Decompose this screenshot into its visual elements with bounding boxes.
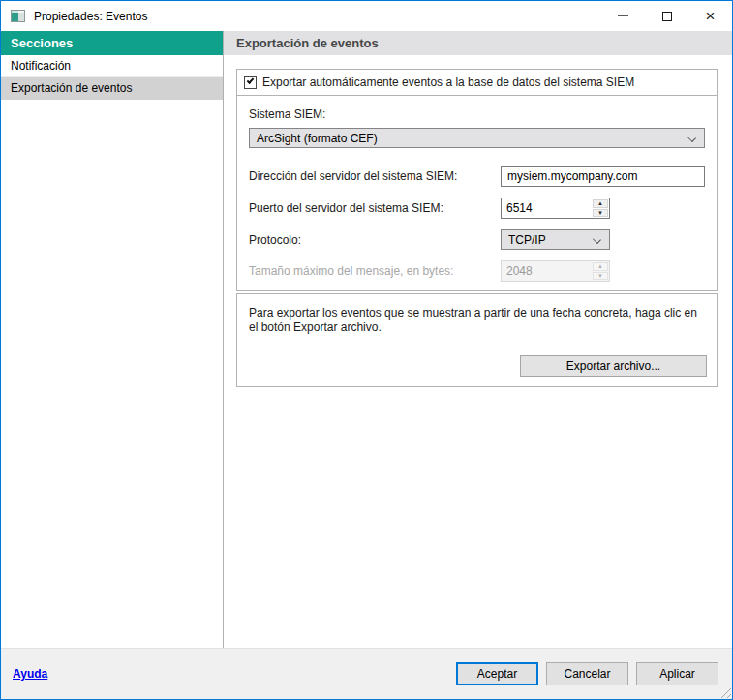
export-note: Para exportar los eventos que se muestra… [249, 306, 707, 335]
max-message-size-input [502, 261, 593, 281]
minimize-icon [618, 15, 628, 16]
content-panel: Exportación de eventos Exportar automáti… [224, 31, 732, 648]
close-button[interactable]: × [688, 1, 732, 31]
server-port-label: Puerto del servidor del sistema SIEM: [249, 201, 501, 215]
minimize-button[interactable] [601, 1, 645, 31]
spin-up-icon: ▲ [593, 262, 608, 271]
server-address-row: Dirección del servidor del sistema SIEM: [249, 166, 705, 187]
chevron-down-icon [593, 235, 601, 244]
maximize-icon [662, 12, 672, 21]
cancel-button[interactable]: Cancelar [546, 662, 628, 685]
protocol-label: Protocolo: [249, 233, 501, 247]
main-row: Secciones Notificación Exportación de ev… [1, 31, 732, 648]
ok-button[interactable]: Aceptar [456, 662, 538, 685]
resize-grip[interactable] [718, 685, 731, 698]
properties-dialog: Propiedades: Eventos × Secciones Notific… [0, 0, 733, 700]
window-title: Propiedades: Eventos [34, 10, 147, 23]
siem-system-dropdown[interactable]: ArcSight (formato CEF) [249, 128, 705, 148]
title-bar: Propiedades: Eventos × [1, 1, 732, 31]
server-address-input[interactable] [501, 166, 705, 187]
auto-export-checkbox-label[interactable]: Exportar automáticamente eventos a la ba… [262, 76, 634, 89]
server-address-label: Dirección del servidor del sistema SIEM: [249, 169, 501, 183]
siem-fields: Sistema SIEM: ArcSight (formato CEF) Dir… [237, 96, 717, 290]
server-port-row: Puerto del servidor del sistema SIEM: ▲ … [249, 198, 705, 219]
spin-up-icon[interactable]: ▲ [593, 199, 608, 208]
auto-export-checkbox-row: Exportar automáticamente eventos a la ba… [237, 70, 717, 96]
spin-down-icon[interactable]: ▼ [593, 209, 608, 218]
server-port-input[interactable] [502, 198, 593, 218]
protocol-value: TCP/IP [508, 233, 546, 247]
sidebar-item-exportacion-eventos[interactable]: Exportación de eventos [1, 77, 223, 100]
sidebar-item-notificacion[interactable]: Notificación [1, 55, 223, 77]
page-title: Exportación de eventos [224, 31, 732, 55]
siem-system-value: ArcSight (formato CEF) [257, 132, 378, 145]
export-file-group: Para exportar los eventos que se muestra… [236, 293, 718, 387]
max-message-size-row: Tamaño máximo del mensaje, en bytes: ▲ ▼ [249, 260, 705, 282]
close-icon: × [706, 8, 716, 24]
apply-button[interactable]: Aplicar [636, 662, 718, 685]
footer-bar: Ayuda Aceptar Cancelar Aplicar [1, 648, 732, 699]
checkmark-icon [247, 76, 255, 84]
server-port-stepper: ▲ ▼ [501, 198, 610, 219]
max-message-size-stepper: ▲ ▼ [501, 260, 610, 282]
max-message-size-spin-buttons: ▲ ▼ [593, 261, 609, 281]
app-window-icon [11, 10, 25, 22]
max-message-size-label: Tamaño máximo del mensaje, en bytes: [249, 264, 501, 278]
siem-settings-group: Exportar automáticamente eventos a la ba… [236, 69, 718, 291]
help-link[interactable]: Ayuda [13, 667, 47, 681]
auto-export-checkbox[interactable] [244, 76, 257, 89]
maximize-button[interactable] [645, 1, 688, 31]
siem-system-label: Sistema SIEM: [249, 107, 705, 121]
sidebar-header: Secciones [1, 31, 223, 55]
content-body: Exportar automáticamente eventos a la ba… [224, 55, 732, 648]
server-port-spin-buttons: ▲ ▼ [593, 198, 609, 218]
sections-sidebar: Secciones Notificación Exportación de ev… [1, 31, 224, 648]
protocol-row: Protocolo: TCP/IP [249, 229, 705, 250]
footer-buttons: Aceptar Cancelar Aplicar [456, 662, 718, 685]
chevron-down-icon [687, 134, 696, 142]
protocol-dropdown[interactable]: TCP/IP [501, 229, 610, 250]
export-file-button[interactable]: Exportar archivo... [520, 355, 707, 377]
caption-buttons: × [601, 1, 732, 31]
spin-down-icon: ▼ [593, 272, 608, 281]
